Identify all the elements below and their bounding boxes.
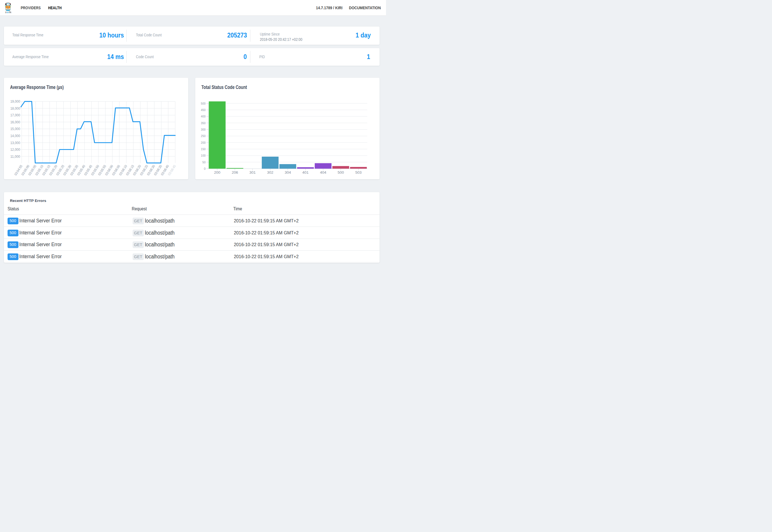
svg-text:300: 300 [201, 128, 206, 131]
svg-text:301: 301 [250, 170, 256, 175]
svg-text:19,000: 19,000 [10, 99, 20, 103]
svg-text:450: 450 [201, 108, 206, 112]
svg-text:503: 503 [355, 170, 362, 175]
svg-text:400: 400 [201, 115, 206, 118]
svg-text:200: 200 [214, 170, 220, 175]
svg-text:150: 150 [201, 147, 206, 151]
svg-text:404: 404 [320, 170, 326, 175]
svg-text:0: 0 [204, 167, 206, 170]
svg-text:304: 304 [285, 170, 291, 175]
svg-text:13,000: 13,000 [10, 141, 20, 145]
svg-text:500: 500 [338, 170, 344, 175]
svg-text:200: 200 [201, 141, 206, 144]
svg-text:12,000: 12,000 [10, 147, 20, 152]
svg-text:17,000: 17,000 [10, 113, 20, 117]
svg-text:14,000: 14,000 [10, 134, 20, 138]
svg-text:15,000: 15,000 [10, 127, 20, 131]
svg-text:100: 100 [201, 154, 206, 157]
svg-text:500: 500 [201, 102, 206, 105]
svg-text:16,000: 16,000 [10, 120, 20, 124]
svg-text:50: 50 [203, 161, 206, 164]
svg-text:401: 401 [302, 170, 309, 175]
svg-text:18,000: 18,000 [10, 106, 20, 110]
svg-text:11,000: 11,000 [10, 154, 20, 159]
svg-text:206: 206 [232, 170, 238, 175]
svg-text:250: 250 [201, 134, 206, 138]
svg-text:350: 350 [201, 121, 206, 125]
svg-text:302: 302 [267, 170, 274, 175]
